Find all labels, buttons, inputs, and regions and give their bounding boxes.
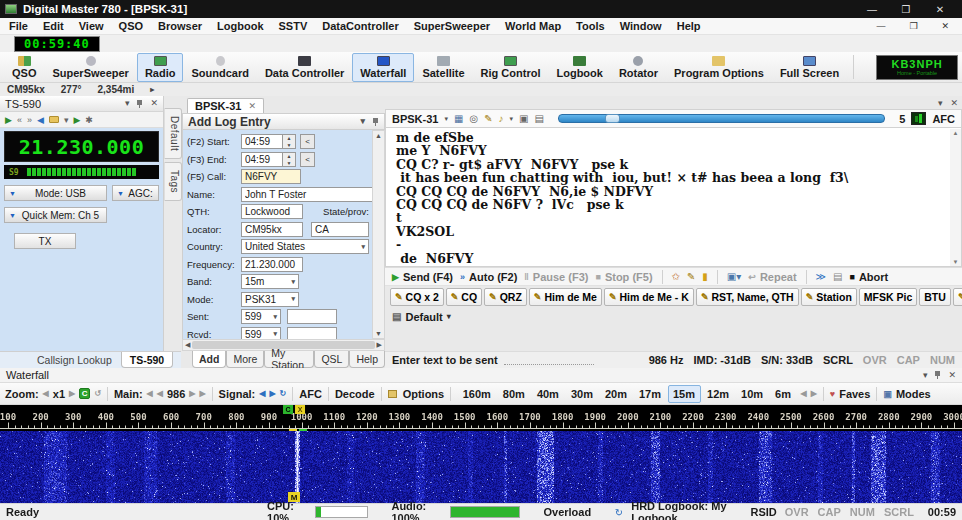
end-input[interactable] <box>241 152 283 167</box>
rcvd-extra-input[interactable] <box>287 327 337 340</box>
macro-him-de-me[interactable]: ✎Him de Me <box>529 288 602 306</box>
lock-icon[interactable]: ▮ <box>702 272 708 282</box>
play-icon[interactable]: ▶ <box>5 115 12 125</box>
toolbar-data-controller[interactable]: Data Controller <box>257 53 352 82</box>
signal-right-icon[interactable]: ▶ <box>269 389 275 398</box>
start-spinner[interactable]: ▲▼ <box>283 134 296 149</box>
macro-cq[interactable]: ✎CQ <box>446 288 482 306</box>
chevrons-icon[interactable]: ≫ <box>816 272 826 282</box>
macro-btu[interactable]: BTU <box>919 288 951 306</box>
menu-tools[interactable]: Tools <box>576 20 605 32</box>
tools-icon[interactable]: ✱ <box>85 115 93 125</box>
band-30m[interactable]: 30m <box>565 385 598 403</box>
window-split-icon[interactable]: ▣ <box>519 114 528 124</box>
macro-rst-name-qth[interactable]: ✎RST, Name, QTH <box>696 288 799 306</box>
macro-station[interactable]: ✎Station <box>801 288 857 306</box>
menu-sstv[interactable]: SSTV <box>279 20 308 32</box>
main-right-fast-icon[interactable]: ▶ <box>199 389 205 398</box>
center-icon[interactable]: C <box>79 388 90 399</box>
zoom-in-icon[interactable]: ▶ <box>69 389 75 398</box>
modes-button[interactable]: Modes <box>896 388 931 400</box>
band-10m[interactable]: 10m <box>736 385 769 403</box>
band-20m[interactable]: 20m <box>599 385 632 403</box>
rx-mode-selector[interactable]: BPSK-31 <box>392 113 438 125</box>
form-tab-my-station[interactable]: My Station <box>264 351 314 368</box>
panel-close-icon[interactable]: ✕ <box>948 371 956 380</box>
panel-menu-icon[interactable]: ▾ <box>938 98 943 108</box>
forward-icon[interactable]: ▶ <box>73 115 80 125</box>
prev-icon[interactable]: « <box>17 115 22 125</box>
band-12m[interactable]: 12m <box>702 385 735 403</box>
toolbar-soundcard[interactable]: Soundcard <box>183 53 256 82</box>
side-tab-default[interactable]: Default <box>164 108 182 159</box>
window-dropdown-icon[interactable]: ▣▾ <box>727 272 741 282</box>
country-select[interactable]: United States ▾ <box>241 239 369 254</box>
main-left-fast-icon[interactable]: ◀ <box>147 389 153 398</box>
send-button[interactable]: ▶Send (F4) <box>392 271 453 283</box>
rcvd-select[interactable]: 599 ▾ <box>241 327 281 340</box>
printer-icon[interactable]: ▤ <box>833 272 842 282</box>
save-icon[interactable]: ▦ <box>454 114 463 124</box>
folder-dropdown-icon[interactable]: ▾ <box>64 115 69 125</box>
mdi-restore-icon[interactable]: ❒ <box>909 21 917 31</box>
macro-set-button[interactable]: Default <box>405 311 442 323</box>
zoom-icon[interactable]: ◎ <box>469 114 478 124</box>
mode-select[interactable]: PSK31 ▾ <box>241 292 299 307</box>
signal-refresh-icon[interactable]: ↻ <box>280 389 287 398</box>
afc-label[interactable]: AFC <box>932 113 955 125</box>
name-input[interactable] <box>241 187 372 202</box>
menu-logbook[interactable]: Logbook <box>217 20 263 32</box>
main-right-icon[interactable]: ▶ <box>189 389 195 398</box>
pin-icon[interactable] <box>136 100 143 108</box>
macro-him-de-me-k[interactable]: ✎Him de Me - K <box>604 288 694 306</box>
menu-supersweeper[interactable]: SuperSweeper <box>414 20 490 32</box>
menu-datacontroller[interactable]: DataController <box>322 20 398 32</box>
undo-icon[interactable]: ↺ <box>94 389 101 398</box>
toolbar-full-screen[interactable]: Full Screen <box>772 53 847 82</box>
toolbar-rotator[interactable]: Rotator <box>611 53 666 82</box>
slider-handle[interactable] <box>605 114 620 123</box>
band-15m[interactable]: 15m <box>668 385 701 403</box>
chevron-down-icon[interactable]: ▾ <box>444 115 448 123</box>
call-input[interactable] <box>241 169 301 184</box>
menu-edit[interactable]: Edit <box>43 20 64 32</box>
toolbar-waterfall[interactable]: Waterfall <box>352 53 414 82</box>
back-icon[interactable]: ◀ <box>37 115 44 125</box>
window-new-icon[interactable]: ▤ <box>535 114 544 124</box>
band-select[interactable]: 15m ▾ <box>241 274 299 289</box>
toolbar-program-options[interactable]: Program Options <box>666 53 772 82</box>
options-button[interactable]: Options <box>403 388 445 400</box>
menu-view[interactable]: View <box>79 20 104 32</box>
wf-afc-button[interactable]: AFC <box>299 388 322 400</box>
toolbar-supersweeper[interactable]: SuperSweeper <box>44 53 136 82</box>
form-tab-help[interactable]: Help <box>349 351 385 368</box>
toolbar-rig-control[interactable]: Rig Control <box>473 53 549 82</box>
logbook-status[interactable]: HRD Logbook: My Logbook <box>631 500 742 520</box>
macro-73[interactable]: ✎73 <box>953 288 962 306</box>
rsid-indicator[interactable]: RSID <box>750 506 776 518</box>
state-input[interactable] <box>311 222 369 237</box>
macro-mfsk-pic[interactable]: MFSK Pic <box>859 288 917 306</box>
panel-menu-icon[interactable]: ▾ <box>125 99 130 108</box>
band-next-icon[interactable]: ▶ <box>811 389 817 398</box>
mode-button[interactable]: ▼ Mode: USB <box>4 185 107 201</box>
repeat-button[interactable]: ↩Repeat <box>748 271 796 283</box>
menu-qso[interactable]: QSO <box>119 20 143 32</box>
agc-button[interactable]: ▼ AGC: <box>112 185 159 201</box>
chevron-down-icon[interactable]: ▾ <box>447 312 451 321</box>
toolbar-qso[interactable]: QSO <box>4 53 44 82</box>
menu-world-map[interactable]: World Map <box>505 20 561 32</box>
faves-button[interactable]: Faves <box>839 388 870 400</box>
macro-cq-x-2[interactable]: ✎CQ x 2 <box>390 288 444 306</box>
frequency-input[interactable] <box>241 257 303 272</box>
menu-window[interactable]: Window <box>620 20 662 32</box>
form-tab-more[interactable]: More <box>226 351 264 368</box>
close-icon[interactable]: ✕ <box>923 4 957 15</box>
dock-tab-callsign-lookup[interactable]: Callsign Lookup <box>28 352 121 368</box>
frequency-ruler[interactable] <box>0 405 962 431</box>
start-now-button[interactable]: < <box>300 134 315 149</box>
signal-left-icon[interactable]: ◀ <box>259 389 265 398</box>
band-6m[interactable]: 6m <box>770 385 797 403</box>
sent-extra-input[interactable] <box>287 309 337 324</box>
quick-mem-button[interactable]: ▼ Quick Mem: Ch 5 <box>4 207 107 223</box>
